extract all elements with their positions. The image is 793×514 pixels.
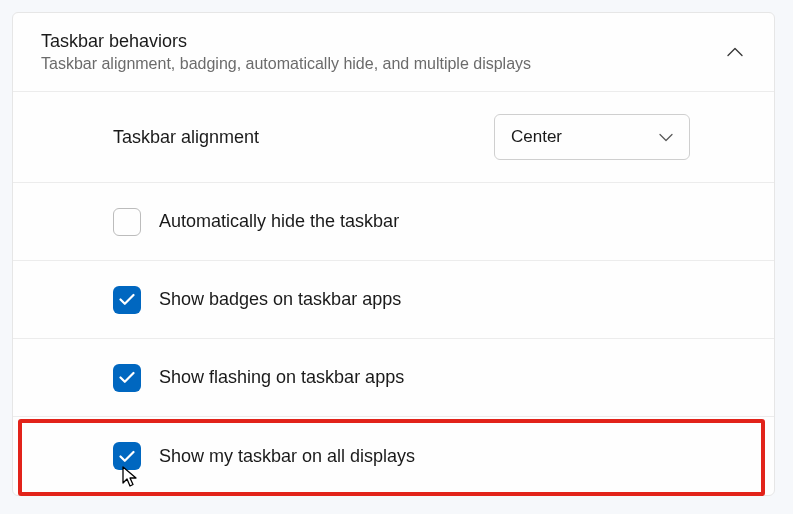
taskbar-alignment-row: Taskbar alignment Center — [13, 92, 774, 183]
section-header[interactable]: Taskbar behaviors Taskbar alignment, bad… — [13, 13, 774, 92]
check-icon — [119, 371, 135, 384]
alldisplays-checkbox[interactable] — [113, 442, 141, 470]
alldisplays-label: Show my taskbar on all displays — [159, 446, 415, 467]
badges-label: Show badges on taskbar apps — [159, 289, 401, 310]
header-text: Taskbar behaviors Taskbar alignment, bad… — [41, 31, 531, 73]
flashing-checkbox[interactable] — [113, 364, 141, 392]
flashing-row: Show flashing on taskbar apps — [13, 339, 774, 417]
badges-row: Show badges on taskbar apps — [13, 261, 774, 339]
alignment-select[interactable]: Center — [494, 114, 690, 160]
chevron-down-icon — [659, 128, 673, 146]
alldisplays-row: Show my taskbar on all displays — [13, 417, 774, 495]
chevron-up-icon[interactable] — [720, 37, 750, 67]
section-subtitle: Taskbar alignment, badging, automaticall… — [41, 55, 531, 73]
section-title: Taskbar behaviors — [41, 31, 531, 52]
check-icon — [119, 293, 135, 306]
autohide-label: Automatically hide the taskbar — [159, 211, 399, 232]
badges-checkbox[interactable] — [113, 286, 141, 314]
alignment-label: Taskbar alignment — [113, 127, 259, 148]
autohide-row: Automatically hide the taskbar — [13, 183, 774, 261]
check-icon — [119, 450, 135, 463]
taskbar-behaviors-panel: Taskbar behaviors Taskbar alignment, bad… — [12, 12, 775, 496]
flashing-label: Show flashing on taskbar apps — [159, 367, 404, 388]
autohide-checkbox[interactable] — [113, 208, 141, 236]
alignment-value: Center — [511, 127, 562, 147]
